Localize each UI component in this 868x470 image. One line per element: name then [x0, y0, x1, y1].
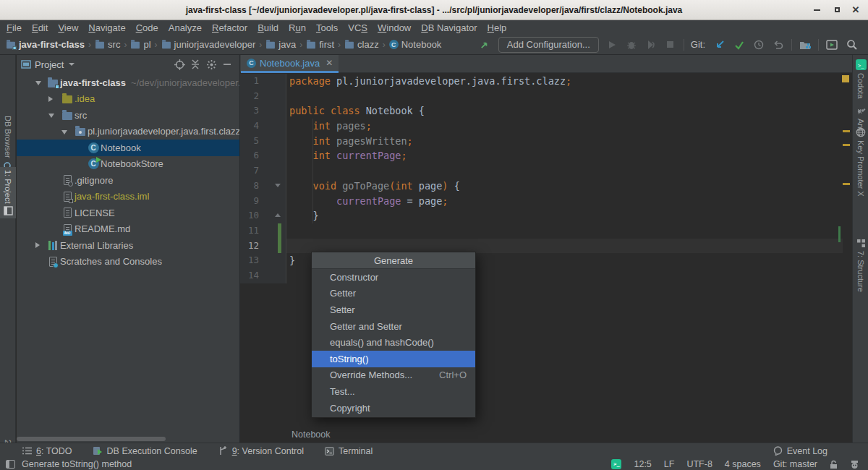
generate-item-test-[interactable]: Test...	[312, 383, 475, 400]
line-number: 1	[240, 74, 259, 89]
collapse-all-icon[interactable]	[187, 58, 203, 71]
generate-item-equals-and-hashcode-[interactable]: equals() and hashCode()	[312, 334, 475, 351]
menu-window[interactable]: Window	[373, 22, 416, 33]
tab-close-icon[interactable]: ✕	[326, 58, 333, 68]
tool-stripe-button-1-project[interactable]: 1: Project	[0, 167, 16, 218]
menu-file[interactable]: File	[1, 22, 27, 33]
generate-item-getter-and-setter[interactable]: Getter and Setter	[312, 318, 475, 335]
breadcrumb-item-first[interactable]: first	[306, 39, 334, 50]
tool-window-button-terminal[interactable]: Terminal	[324, 446, 373, 456]
tool-window-button-6-todo[interactable]: 6: TODO	[22, 446, 72, 456]
menu-analyze[interactable]: Analyze	[163, 22, 207, 33]
generate-item-copyright[interactable]: Copyright	[312, 400, 475, 416]
breadcrumb-item-clazz[interactable]: clazz	[344, 39, 379, 50]
generate-item-constructor[interactable]: Constructor	[312, 269, 475, 286]
inspection-status-indicator[interactable]	[842, 75, 849, 82]
add-configuration-button[interactable]: Add Configuration...	[498, 37, 599, 53]
encoding-widget[interactable]: UTF-8	[686, 459, 712, 469]
tree-item-license[interactable]: LICENSE	[17, 205, 239, 221]
menu-help[interactable]: Help	[482, 22, 512, 33]
tree-item-pl-juniorjavadeveloper-java-first-clazz[interactable]: pl.juniorjavadeveloper.java.first.clazz	[17, 124, 239, 140]
menu-edit[interactable]: Edit	[27, 22, 53, 33]
menu-navigate[interactable]: Navigate	[83, 22, 130, 33]
debug-icon[interactable]	[625, 38, 638, 51]
run-anything-icon[interactable]	[825, 38, 838, 51]
breadcrumb-item-notebook[interactable]: CNotebook	[389, 39, 442, 50]
update-project-icon[interactable]	[713, 38, 726, 51]
warning-stripe-mark[interactable]	[843, 144, 850, 146]
menu-build[interactable]: Build	[252, 22, 284, 33]
tree-item-notebook[interactable]: CNotebook	[17, 140, 239, 156]
chevron-expanded-icon[interactable]	[48, 114, 54, 118]
tool-window-button-9-version-control[interactable]: 9: Version Control	[218, 446, 304, 456]
warning-stripe-mark[interactable]	[843, 130, 850, 132]
tree-item-scratches-and-consoles[interactable]: Scratches and Consoles	[17, 254, 239, 270]
menu-run[interactable]: Run	[284, 22, 311, 33]
generate-item-tostring-[interactable]: toString()	[312, 351, 475, 367]
checkout-icon[interactable]	[799, 38, 812, 51]
revert-icon[interactable]	[772, 38, 785, 51]
breadcrumb-item-java-first-class[interactable]: java-first-class	[6, 39, 85, 50]
tree-item-java-first-class-iml[interactable]: java-first-class.iml	[17, 189, 239, 205]
tree-item-notebookstore[interactable]: CNotebookStore	[17, 156, 239, 173]
breadcrumb-item-src[interactable]: src	[95, 39, 120, 50]
breadcrumb-item-pl[interactable]: pl	[130, 39, 150, 50]
chevron-collapsed-icon[interactable]	[35, 242, 40, 248]
tree-item-java-first-class[interactable]: java-first-class~/dev/juniorjavadevelope…	[17, 74, 239, 91]
build-project-icon[interactable]	[479, 38, 492, 51]
editor-breadcrumb[interactable]: Notebook	[292, 430, 331, 440]
git-branch-widget[interactable]: Git: master	[773, 459, 817, 469]
breadcrumb-item-java[interactable]: java	[265, 39, 296, 50]
search-everywhere-icon[interactable]	[845, 38, 858, 51]
fold-marker-icon[interactable]	[275, 213, 281, 217]
warning-stripe-mark[interactable]	[843, 183, 850, 185]
commit-icon[interactable]	[733, 38, 746, 51]
close-button[interactable]: ✕	[846, 0, 865, 20]
tree-item-external-libraries[interactable]: External Libraries	[17, 237, 239, 254]
chevron-expanded-icon[interactable]	[35, 81, 41, 85]
locate-file-icon[interactable]	[171, 58, 187, 71]
codota-status-icon[interactable]: >_	[611, 459, 621, 469]
hide-panel-icon[interactable]	[219, 58, 235, 71]
minimize-button[interactable]	[807, 0, 826, 20]
menu-vcs[interactable]: VCS	[343, 22, 373, 33]
menu-refactor[interactable]: Refactor	[207, 22, 252, 33]
tab-notebook-java[interactable]: C Notebook.java ✕	[241, 55, 339, 73]
tree-item-readme-md[interactable]: MDREADME.md	[17, 221, 239, 238]
tree-item--idea[interactable]: .idea	[17, 91, 239, 108]
generate-item-getter[interactable]: Getter	[312, 286, 475, 302]
menu-code[interactable]: Code	[131, 22, 163, 33]
generate-item-override-methods-[interactable]: Override Methods...Ctrl+O	[312, 367, 475, 384]
tool-window-switcher-icon[interactable]	[6, 460, 15, 469]
maximize-button[interactable]	[827, 0, 846, 20]
run-icon[interactable]	[605, 38, 618, 51]
chevron-expanded-icon[interactable]	[61, 130, 67, 134]
tool-window-button-db-execution-console[interactable]: DB Execution Console	[93, 446, 197, 456]
tool-stripe-button-7-structure[interactable]: 7: Structure	[853, 236, 868, 295]
tree-item-src[interactable]: src	[17, 107, 239, 124]
fold-marker-icon[interactable]	[275, 184, 281, 187]
indent-widget[interactable]: 4 spaces	[725, 459, 761, 469]
tool-stripe-button-codota[interactable]: >_Codota	[853, 56, 868, 101]
generate-item-setter[interactable]: Setter	[312, 302, 475, 318]
horizontal-scrollbar[interactable]	[17, 437, 166, 441]
gear-icon[interactable]	[203, 58, 219, 71]
tool-window-button-event-log[interactable]: Event Log	[773, 446, 827, 456]
project-panel-title[interactable]: Project	[35, 59, 64, 70]
run-with-coverage-icon[interactable]	[644, 38, 658, 51]
breadcrumb-item-juniorjavadeveloper[interactable]: juniorjavadeveloper	[161, 39, 256, 50]
stop-icon[interactable]	[664, 38, 677, 51]
hector-inspections-icon[interactable]	[850, 460, 859, 469]
chevron-collapsed-icon[interactable]	[48, 96, 53, 102]
history-icon[interactable]	[752, 38, 765, 51]
tree-item--gitignore[interactable]: .gitignore	[17, 172, 239, 189]
caret-position-widget[interactable]: 12:5	[634, 459, 651, 469]
tool-stripe-button-key-promoter-x[interactable]: Key Promoter X	[853, 124, 868, 200]
menu-db-navigator[interactable]: DB Navigator	[416, 22, 482, 33]
tool-stripe-button-db-browser[interactable]: DB Browser	[0, 113, 16, 174]
chevron-down-icon[interactable]	[68, 61, 75, 67]
menu-tools[interactable]: Tools	[311, 22, 343, 33]
lock-icon[interactable]	[830, 460, 838, 469]
line-ending-widget[interactable]: LF	[664, 459, 675, 469]
menu-view[interactable]: View	[53, 22, 83, 33]
